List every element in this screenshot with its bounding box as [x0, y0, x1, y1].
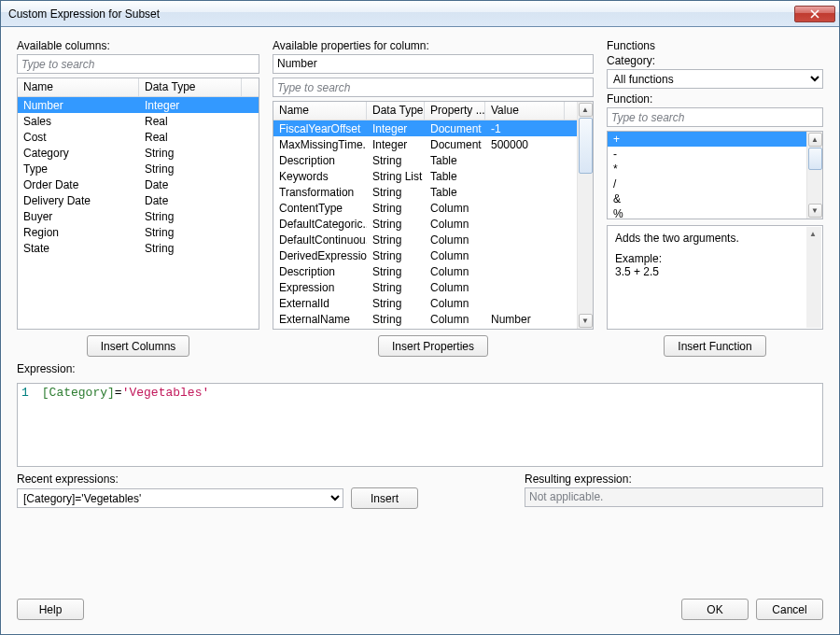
scroll-up-icon[interactable]: ▲ [808, 133, 822, 147]
scroll-thumb[interactable] [808, 148, 822, 170]
property-name: FiscalYearOffset [273, 122, 367, 135]
column-row[interactable]: Delivery DateDate [18, 192, 259, 208]
expr-column-token: [Category] [42, 386, 115, 400]
column-row[interactable]: TypeString [18, 161, 259, 176]
function-row[interactable]: & [608, 191, 806, 206]
column-type: Real [139, 131, 242, 144]
recent-label: Recent expressions: [17, 473, 418, 486]
columns-rows[interactable]: NumberIntegerSalesRealCostRealCategorySt… [18, 97, 259, 329]
function-desc-line2: Example: [615, 252, 815, 265]
property-row[interactable]: DerivedExpressionStringColumn [273, 247, 577, 263]
desc-scrollbar[interactable]: ▲ [806, 227, 821, 328]
scroll-up-icon[interactable]: ▲ [806, 227, 819, 240]
property-row[interactable]: ExternalIdStringColumn [273, 295, 577, 311]
property-scope: Table [425, 154, 485, 167]
columns-header-type[interactable]: Data Type [139, 78, 242, 96]
column-name: Category [18, 147, 139, 160]
column-name: State [18, 242, 139, 255]
function-row[interactable]: * [608, 162, 806, 176]
help-button[interactable]: Help [17, 599, 84, 620]
ok-button[interactable]: OK [681, 599, 749, 620]
properties-header-value[interactable]: Value [485, 102, 565, 120]
property-name: Description [273, 265, 367, 278]
property-row[interactable]: DefaultContinuou...StringColumn [273, 232, 577, 247]
close-button[interactable] [794, 6, 835, 22]
cancel-button[interactable]: Cancel [756, 599, 823, 620]
properties-scrollbar[interactable]: ▲ ▼ [577, 102, 593, 329]
property-row[interactable]: KeywordsString ListColumn [273, 327, 577, 329]
property-row[interactable]: KeywordsString ListTable [273, 168, 577, 184]
scroll-thumb[interactable] [579, 118, 593, 174]
property-scope: Column [425, 249, 485, 262]
property-name: Keywords [273, 329, 367, 330]
function-scrollbar[interactable]: ▲ ▼ [806, 132, 822, 219]
recent-select[interactable]: [Category]='Vegetables' [17, 488, 343, 508]
category-select[interactable]: All functions [607, 69, 823, 89]
column-name: Region [18, 226, 139, 239]
function-row[interactable]: - [608, 147, 806, 162]
property-scope: Document [425, 122, 485, 135]
available-columns-label: Available columns: [17, 39, 259, 52]
property-type: String [367, 313, 425, 326]
function-row[interactable]: % [608, 206, 806, 219]
property-row[interactable]: DescriptionStringColumn [273, 263, 577, 279]
property-row[interactable]: ContentTypeStringColumn [273, 200, 577, 216]
scroll-down-icon[interactable]: ▼ [808, 204, 822, 218]
column-row[interactable]: RegionString [18, 224, 259, 240]
property-row[interactable]: DefaultCategoric...StringColumn [273, 216, 577, 232]
function-rows[interactable]: +-*/&%!= [608, 132, 806, 219]
property-name: DefaultCategoric... [273, 218, 367, 231]
column-name: Type [18, 162, 139, 176]
property-name: ExternalName [273, 313, 367, 326]
column-row[interactable]: NumberInteger [18, 97, 259, 113]
properties-rows[interactable]: FiscalYearOffsetIntegerDocument-1MaxMiss… [273, 120, 577, 329]
property-row[interactable]: ExpressionStringColumn [273, 279, 577, 295]
column-name: Cost [18, 131, 139, 144]
scroll-up-icon[interactable]: ▲ [579, 103, 593, 117]
function-row[interactable]: / [608, 176, 806, 191]
function-description: Adds the two arguments. Example: 3.5 + 2… [607, 225, 823, 330]
insert-properties-button[interactable]: Insert Properties [378, 335, 488, 357]
properties-header-scope[interactable]: Property ... [425, 102, 485, 120]
property-row[interactable]: FiscalYearOffsetIntegerDocument-1 [273, 120, 577, 136]
column-row[interactable]: SalesReal [18, 113, 259, 129]
column-type: Real [139, 115, 242, 128]
function-row[interactable]: + [608, 132, 806, 147]
columns-header-name[interactable]: Name [18, 78, 139, 96]
property-value: -1 [485, 122, 565, 135]
property-type: String List [367, 170, 425, 183]
column-row[interactable]: Order DateDate [18, 176, 259, 192]
columns-search-input[interactable] [17, 54, 259, 74]
property-type: String [367, 186, 425, 199]
properties-search-input[interactable] [273, 78, 594, 97]
property-row[interactable]: ExternalNameStringColumnNumber [273, 311, 577, 327]
column-row[interactable]: CategoryString [18, 145, 259, 161]
titlebar: Custom Expression for Subset [1, 1, 839, 27]
function-list: +-*/&%!= ▲ ▼ [607, 131, 823, 219]
properties-header-name[interactable]: Name [273, 102, 367, 120]
insert-columns-button[interactable]: Insert Columns [87, 335, 190, 357]
function-desc-line1: Adds the two arguments. [615, 232, 815, 245]
insert-function-button[interactable]: Insert Function [664, 335, 765, 357]
property-row[interactable]: MaxMissingTime...IntegerDocument500000 [273, 136, 577, 152]
column-type: String [139, 210, 242, 223]
expression-editor[interactable]: 1 [Category]='Vegetables' [17, 383, 823, 467]
property-row[interactable]: DescriptionStringTable [273, 152, 577, 168]
insert-recent-button[interactable]: Insert [351, 487, 418, 509]
scroll-down-icon[interactable]: ▼ [579, 314, 593, 328]
bottom-row: Recent expressions: [Category]='Vegetabl… [17, 473, 823, 509]
property-row[interactable]: TransformationStringTable [273, 184, 577, 200]
property-scope: Column [425, 329, 485, 330]
property-type: String [367, 218, 425, 231]
properties-header-type[interactable]: Data Type [367, 102, 425, 120]
function-search-input[interactable] [607, 107, 823, 127]
column-type: Date [139, 194, 242, 207]
property-name: DefaultContinuou... [273, 233, 367, 247]
column-row[interactable]: CostReal [18, 129, 259, 145]
column-row[interactable]: BuyerString [18, 208, 259, 224]
property-name: ExternalId [273, 297, 367, 310]
columns-headers: Name Data Type [18, 78, 259, 97]
column-row[interactable]: StateString [18, 240, 259, 256]
columns-list: Name Data Type NumberIntegerSalesRealCos… [17, 78, 259, 330]
column-type: String [139, 162, 242, 176]
